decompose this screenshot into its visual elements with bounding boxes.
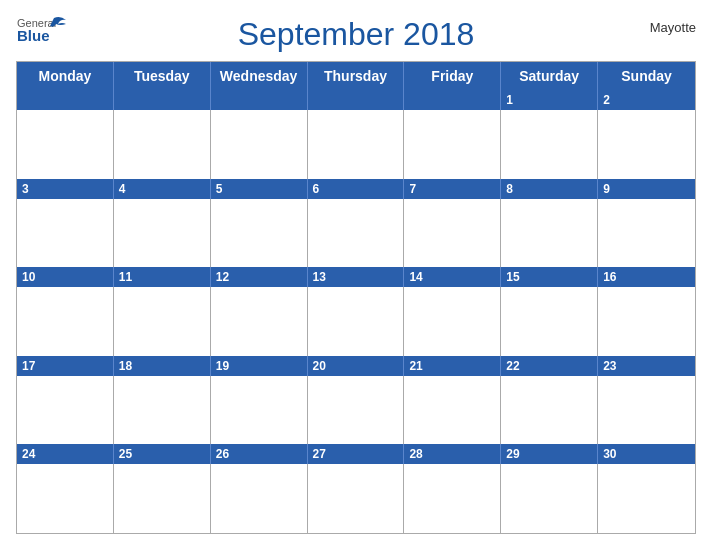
logo-icon: General Blue bbox=[16, 14, 68, 52]
day-w1-mon bbox=[17, 90, 114, 110]
region-label: Mayotte bbox=[650, 20, 696, 35]
day-w5-tue: 25 bbox=[114, 444, 211, 464]
day-w5-thu: 27 bbox=[308, 444, 405, 464]
cell-w5-sun bbox=[598, 464, 695, 533]
cell-w5-sat bbox=[501, 464, 598, 533]
cell-w3-sat bbox=[501, 287, 598, 356]
day-w5-sat: 29 bbox=[501, 444, 598, 464]
day-w5-sun: 30 bbox=[598, 444, 695, 464]
cell-w2-sat bbox=[501, 199, 598, 268]
cell-w5-fri bbox=[404, 464, 501, 533]
calendar-wrapper: General Blue September 2018 Mayotte Mond… bbox=[0, 0, 712, 550]
cell-w4-tue bbox=[114, 376, 211, 445]
day-w1-thu bbox=[308, 90, 405, 110]
cell-w3-wed bbox=[211, 287, 308, 356]
logo: General Blue bbox=[16, 14, 68, 52]
weeks-container: 1 2 3 4 5 6 bbox=[17, 90, 695, 533]
day-w2-fri: 7 bbox=[404, 179, 501, 199]
day-w4-mon: 17 bbox=[17, 356, 114, 376]
cell-w5-wed bbox=[211, 464, 308, 533]
cell-w3-thu bbox=[308, 287, 405, 356]
day-header-monday: Monday bbox=[17, 62, 114, 90]
day-w3-tue: 11 bbox=[114, 267, 211, 287]
day-w1-fri bbox=[404, 90, 501, 110]
day-w4-sun: 23 bbox=[598, 356, 695, 376]
day-w3-sun: 16 bbox=[598, 267, 695, 287]
week-row-2: 3 4 5 6 7 8 9 bbox=[17, 179, 695, 268]
calendar-title: September 2018 bbox=[238, 16, 475, 53]
cell-w1-thu bbox=[308, 110, 405, 179]
day-header-wednesday: Wednesday bbox=[211, 62, 308, 90]
day-w2-sun: 9 bbox=[598, 179, 695, 199]
day-w2-thu: 6 bbox=[308, 179, 405, 199]
day-w3-fri: 14 bbox=[404, 267, 501, 287]
day-w4-tue: 18 bbox=[114, 356, 211, 376]
cell-w1-tue bbox=[114, 110, 211, 179]
day-headers: Monday Tuesday Wednesday Thursday Friday… bbox=[17, 62, 695, 90]
cell-w2-fri bbox=[404, 199, 501, 268]
cell-w2-mon bbox=[17, 199, 114, 268]
cell-w1-sat bbox=[501, 110, 598, 179]
day-header-friday: Friday bbox=[404, 62, 501, 90]
day-w1-tue bbox=[114, 90, 211, 110]
week-row-3: 10 11 12 13 14 15 16 bbox=[17, 267, 695, 356]
cell-w2-sun bbox=[598, 199, 695, 268]
day-w4-wed: 19 bbox=[211, 356, 308, 376]
cell-w3-tue bbox=[114, 287, 211, 356]
cell-w2-tue bbox=[114, 199, 211, 268]
day-w2-sat: 8 bbox=[501, 179, 598, 199]
calendar-header: General Blue September 2018 Mayotte bbox=[16, 10, 696, 61]
cell-w3-sun bbox=[598, 287, 695, 356]
cell-w4-fri bbox=[404, 376, 501, 445]
cell-w5-tue bbox=[114, 464, 211, 533]
day-header-thursday: Thursday bbox=[308, 62, 405, 90]
day-w4-thu: 20 bbox=[308, 356, 405, 376]
day-w3-mon: 10 bbox=[17, 267, 114, 287]
cell-w1-fri bbox=[404, 110, 501, 179]
cell-w4-thu bbox=[308, 376, 405, 445]
day-header-tuesday: Tuesday bbox=[114, 62, 211, 90]
cell-w5-thu bbox=[308, 464, 405, 533]
cell-w3-fri bbox=[404, 287, 501, 356]
cell-w2-thu bbox=[308, 199, 405, 268]
week-row-1: 1 2 bbox=[17, 90, 695, 179]
calendar-grid: Monday Tuesday Wednesday Thursday Friday… bbox=[16, 61, 696, 534]
cell-w4-sat bbox=[501, 376, 598, 445]
day-header-saturday: Saturday bbox=[501, 62, 598, 90]
day-w5-mon: 24 bbox=[17, 444, 114, 464]
day-w4-sat: 22 bbox=[501, 356, 598, 376]
day-w3-sat: 15 bbox=[501, 267, 598, 287]
day-w3-wed: 12 bbox=[211, 267, 308, 287]
cell-w1-sun bbox=[598, 110, 695, 179]
cell-w1-mon bbox=[17, 110, 114, 179]
day-w1-wed bbox=[211, 90, 308, 110]
cell-w4-mon bbox=[17, 376, 114, 445]
day-w5-wed: 26 bbox=[211, 444, 308, 464]
week-row-5: 24 25 26 27 28 29 30 bbox=[17, 444, 695, 533]
cell-w5-mon bbox=[17, 464, 114, 533]
day-w1-sat: 1 bbox=[501, 90, 598, 110]
day-header-sunday: Sunday bbox=[598, 62, 695, 90]
day-w4-fri: 21 bbox=[404, 356, 501, 376]
cell-w4-sun bbox=[598, 376, 695, 445]
day-w2-mon: 3 bbox=[17, 179, 114, 199]
cell-w4-wed bbox=[211, 376, 308, 445]
week-row-4: 17 18 19 20 21 22 23 bbox=[17, 356, 695, 445]
day-w5-fri: 28 bbox=[404, 444, 501, 464]
cell-w3-mon bbox=[17, 287, 114, 356]
cell-w2-wed bbox=[211, 199, 308, 268]
day-w2-tue: 4 bbox=[114, 179, 211, 199]
day-w2-wed: 5 bbox=[211, 179, 308, 199]
day-w1-sun: 2 bbox=[598, 90, 695, 110]
day-w3-thu: 13 bbox=[308, 267, 405, 287]
cell-w1-wed bbox=[211, 110, 308, 179]
svg-text:Blue: Blue bbox=[17, 27, 50, 44]
